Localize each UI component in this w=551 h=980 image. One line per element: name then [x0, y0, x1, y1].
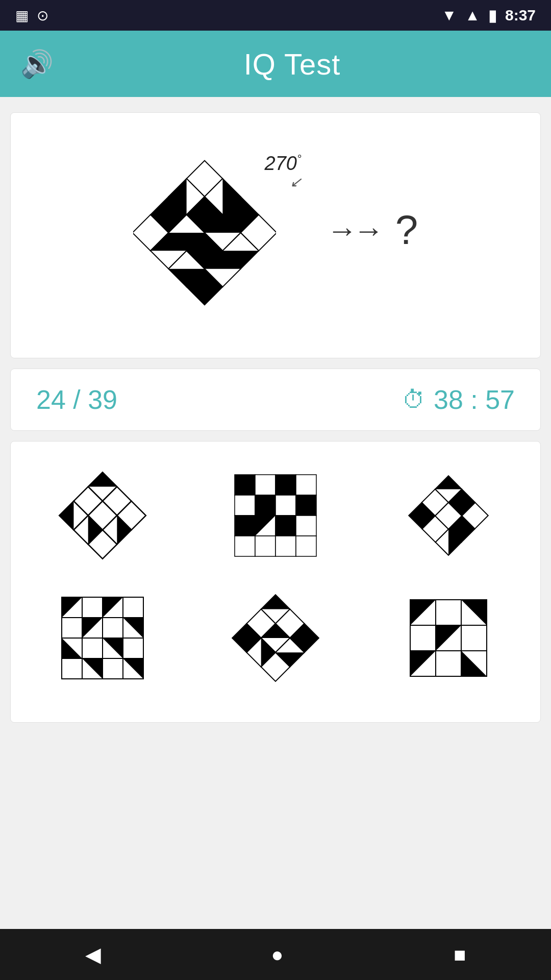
transform-indicators: →→ ? [327, 207, 418, 254]
status-bar-right: ▼ ▲ ▮ 8:37 [442, 7, 536, 24]
svg-rect-50 [255, 536, 276, 556]
signal-icon: ▲ [465, 7, 480, 24]
answer-option-5[interactable] [194, 584, 357, 692]
svg-rect-42 [255, 495, 276, 516]
answer-option-3[interactable] [367, 462, 530, 569]
svg-rect-47 [276, 516, 296, 536]
answer-grid [10, 441, 541, 723]
progress-card: 24 / 39 ⏱ 38 : 57 [10, 369, 541, 431]
svg-rect-51 [276, 536, 296, 556]
nav-back-button[interactable]: ◀ [70, 938, 116, 971]
status-bar-left: ▦ ⊙ [15, 7, 48, 24]
degree-symbol: ° [297, 153, 302, 165]
answer-option-1[interactable] [21, 462, 184, 569]
timer-icon: ⏱ [402, 386, 425, 413]
timer-container: ⏱ 38 : 57 [402, 384, 515, 415]
answer-option-4[interactable] [21, 584, 184, 692]
nav-home-button[interactable]: ● [256, 938, 298, 971]
question-visual: 270° ↙ [26, 133, 525, 332]
progress-display: 24 / 39 [36, 384, 117, 415]
lens-icon: ⊙ [37, 7, 48, 24]
sound-icon[interactable]: 🔊 [20, 48, 54, 80]
answer-option-6[interactable] [367, 584, 530, 692]
nav-bar: ◀ ● ■ [0, 929, 551, 980]
svg-rect-52 [296, 536, 316, 556]
svg-rect-40 [296, 475, 316, 495]
battery-icon: ▮ [488, 7, 497, 24]
arrow-indicator: →→ [327, 213, 380, 248]
pattern-figure: 270° ↙ [133, 143, 307, 317]
answer-option-2[interactable] [194, 462, 357, 569]
nav-recent-button[interactable]: ■ [438, 938, 481, 971]
svg-rect-39 [276, 475, 296, 495]
svg-rect-38 [255, 475, 276, 495]
main-content: 270° ↙ [0, 97, 551, 929]
svg-rect-49 [235, 536, 255, 556]
app-bar: 🔊 IQ Test [0, 31, 551, 97]
app-title: IQ Test [54, 47, 531, 81]
question-card: 270° ↙ [10, 112, 541, 358]
wifi-icon: ▼ [442, 7, 457, 24]
svg-rect-44 [296, 495, 316, 516]
svg-rect-48 [296, 516, 316, 536]
status-bar: ▦ ⊙ ▼ ▲ ▮ 8:37 [0, 0, 551, 31]
timer-display: 38 : 57 [434, 384, 515, 415]
clock: 8:37 [505, 7, 536, 24]
svg-rect-43 [276, 495, 296, 516]
svg-rect-41 [235, 495, 255, 516]
svg-rect-45 [235, 516, 255, 536]
answer-placeholder: ? [395, 207, 418, 254]
svg-rect-37 [235, 475, 255, 495]
sd-card-icon: ▦ [15, 7, 29, 24]
